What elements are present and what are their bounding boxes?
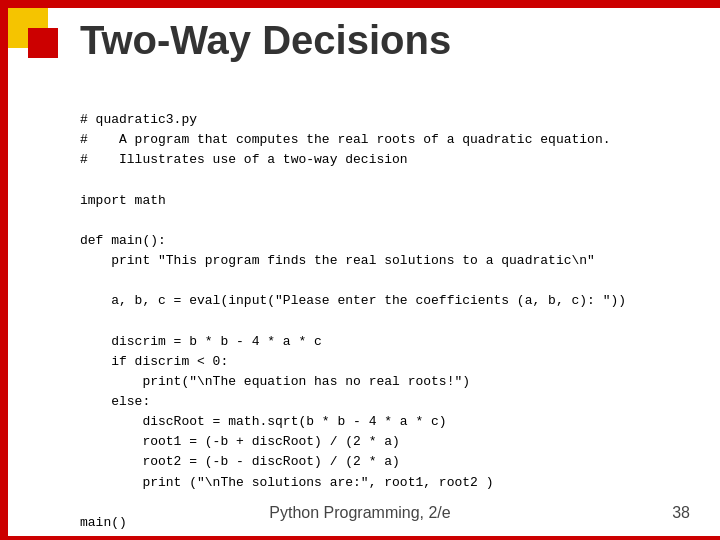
- red-square-decoration: [28, 28, 58, 58]
- footer-center-text: Python Programming, 2/e: [269, 504, 450, 522]
- footer: Python Programming, 2/e: [0, 504, 720, 522]
- footer-page-number: 38: [672, 504, 690, 522]
- bottom-accent-bar: [0, 536, 720, 540]
- code-block: # quadratic3.py # A program that compute…: [80, 110, 690, 533]
- top-accent-bar: [0, 0, 720, 8]
- page-title: Two-Way Decisions: [80, 18, 451, 63]
- code-content: # quadratic3.py # A program that compute…: [80, 110, 690, 533]
- left-accent-bar: [0, 0, 8, 540]
